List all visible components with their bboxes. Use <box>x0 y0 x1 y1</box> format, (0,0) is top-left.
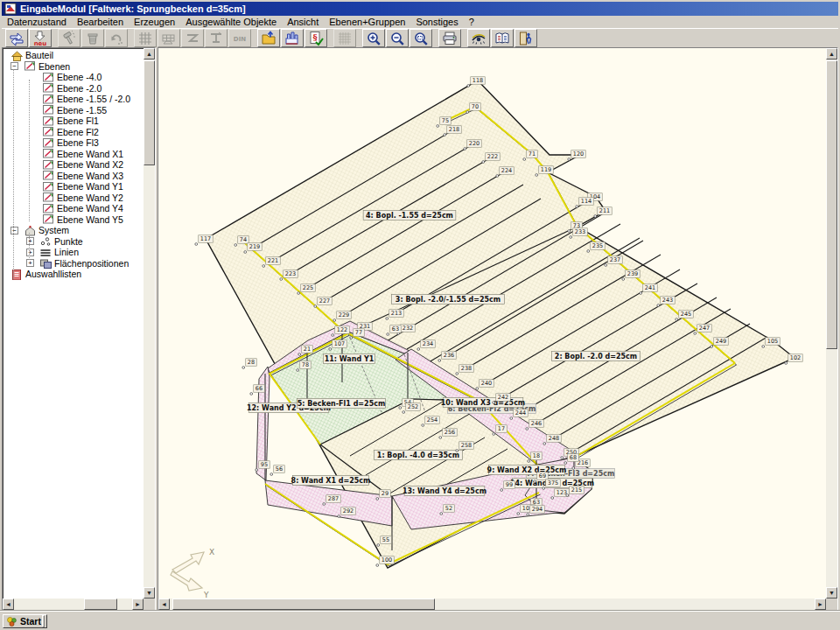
node-label-text: 240 <box>481 380 492 387</box>
section-button[interactable] <box>181 29 204 47</box>
tree-item-punkte[interactable]: +Punkte <box>4 236 143 248</box>
canvas-scroll-corner <box>826 598 837 610</box>
canvas-scroll-right-icon[interactable]: ► <box>815 598 826 610</box>
tree-hscrollbar[interactable]: ◄ ► <box>3 598 144 610</box>
import-folder-button[interactable] <box>257 29 280 47</box>
plate-label: 1: Bopl. -4.0 d=35cm <box>374 451 463 460</box>
canvas-vscroll-thumb[interactable] <box>826 60 837 349</box>
menu-item-ebenen-gruppen[interactable]: Ebenen+Gruppen <box>324 16 410 28</box>
tree-item-ebene-wand-y2[interactable]: Ebene Wand Y2 <box>4 192 143 204</box>
tree-item-ebene-1-55-2-0[interactable]: Ebene -1.55 / -2.0 <box>4 94 143 105</box>
tree-vscrollbar[interactable]: ▲ ▼ <box>144 48 155 598</box>
collapse-icon[interactable]: − <box>10 227 18 234</box>
canvas-hscrollbar[interactable]: ◄ ► <box>158 598 826 610</box>
manual-button[interactable] <box>491 29 514 47</box>
node-dot <box>387 333 389 336</box>
node-dot <box>676 318 678 321</box>
node-dot <box>402 411 405 414</box>
node-label-text: 21 <box>304 346 311 353</box>
menu-item-datenzustand[interactable]: Datenzustand <box>2 16 72 28</box>
exit-button[interactable] <box>514 29 537 47</box>
node-label-text: 227 <box>319 298 330 304</box>
node-dot <box>376 498 379 500</box>
menu-item-sonstiges[interactable]: Sonstiges <box>410 16 463 28</box>
delete-button[interactable] <box>81 29 104 47</box>
node-label-text: 248 <box>549 435 559 442</box>
menu-item--[interactable]: ? <box>464 16 480 28</box>
menu-item-bearbeiten[interactable]: Bearbeiten <box>72 16 129 28</box>
tree-item-ebene-fl2[interactable]: Ebene Fl2 <box>4 127 143 138</box>
new-dataset-button[interactable]: neu <box>29 29 52 47</box>
node-label-text: 102 <box>790 354 801 361</box>
mesh-button[interactable] <box>333 29 356 47</box>
data-exchange-button[interactable] <box>5 29 28 47</box>
canvas-vscrollbar[interactable]: ▲ ▼ <box>826 48 837 598</box>
node-label-text: 249 <box>716 338 726 345</box>
node-dot <box>576 206 578 208</box>
node-dot <box>456 450 458 452</box>
tree-item-system[interactable]: −System <box>4 225 143 236</box>
start-button[interactable]: Start <box>3 614 47 628</box>
tree-item-ebene-wand-x3[interactable]: Ebene Wand X3 <box>4 171 143 182</box>
tree-item-ebene-4-0[interactable]: Ebene -4.0 <box>4 72 143 83</box>
tree-item-ebene-wand-x2[interactable]: Ebene Wand X2 <box>4 159 143 171</box>
tree-item-ebene-wand-y5[interactable]: Ebene Wand Y5 <box>4 214 143 226</box>
tree-item-ebene-1-55[interactable]: Ebene -1.55 <box>4 105 143 116</box>
expand-icon[interactable]: + <box>26 259 34 267</box>
zoom-in-button[interactable] <box>362 29 385 47</box>
model-canvas[interactable]: 6: Becken-Fl2 d=25cm10: Wand X3 d=25cm7:… <box>158 48 826 598</box>
raster-button[interactable] <box>134 29 157 47</box>
din-button[interactable]: DIN <box>228 29 251 47</box>
canvas-scroll-up-icon[interactable]: ▲ <box>826 48 837 60</box>
print-button[interactable] <box>438 29 461 47</box>
tree-item-auswahllisten[interactable]: Auswahllisten <box>4 269 143 280</box>
app-icon <box>4 3 17 15</box>
x-axis-label: X <box>209 548 214 556</box>
norm-check-button[interactable]: § <box>304 29 327 47</box>
tree-scroll-up-icon[interactable]: ▲ <box>144 48 155 60</box>
beam-table-button[interactable] <box>158 29 180 47</box>
tree-item-ebene-fl3[interactable]: Ebene Fl3 <box>4 137 143 149</box>
expand-icon[interactable]: + <box>26 237 34 245</box>
tree-scroll-down-icon[interactable]: ▼ <box>144 587 155 598</box>
support-button[interactable] <box>205 29 228 47</box>
node-dot <box>566 494 569 497</box>
tree-scroll-right-icon[interactable]: ► <box>132 598 144 610</box>
collapse-icon[interactable]: − <box>10 62 18 70</box>
tree-item-ebene-wand-x1[interactable]: Ebene Wand X1 <box>4 149 143 160</box>
canvas-hscroll-thumb[interactable] <box>172 598 435 610</box>
undo-button[interactable] <box>105 29 128 47</box>
zoom-window-button[interactable] <box>410 29 432 47</box>
tools-button[interactable] <box>58 29 80 47</box>
node-dot <box>622 278 625 281</box>
tree-item-ebene-wand-y1[interactable]: Ebene Wand Y1 <box>4 181 143 192</box>
tree-item-ebenen[interactable]: −Ebenen <box>4 61 143 73</box>
tree-item-label: Ebene -1.55 / -2.0 <box>57 94 130 104</box>
layer-icon <box>42 214 54 225</box>
node-dot <box>476 388 479 390</box>
zoom-out-button[interactable] <box>386 29 409 47</box>
view-options-button[interactable] <box>467 29 490 47</box>
tree-vscroll-thumb[interactable] <box>144 60 155 165</box>
tree-item-ebene-fl1[interactable]: Ebene Fl1 <box>4 116 143 127</box>
y-axis-label: Y <box>203 591 209 598</box>
menu-item-erzeugen[interactable]: Erzeugen <box>129 16 180 28</box>
node-label-text: 219 <box>249 243 260 250</box>
tree-item-fl-chenpositionen[interactable]: +Flächenpositionen <box>4 258 143 270</box>
expand-icon[interactable]: + <box>26 248 34 256</box>
canvas-scroll-down-icon[interactable]: ▼ <box>826 587 837 598</box>
tree-item-ebene-wand-y4[interactable]: Ebene Wand Y4 <box>4 203 143 214</box>
tree-item-bauteil[interactable]: Bauteil <box>4 50 143 61</box>
positions-button[interactable] <box>281 29 304 47</box>
menu-item-ansicht[interactable]: Ansicht <box>282 16 324 28</box>
node-dot <box>195 243 198 246</box>
tree-hscroll-thumb[interactable] <box>84 598 117 610</box>
canvas-scroll-left-icon[interactable]: ◄ <box>158 598 170 610</box>
tree-item-linien[interactable]: +Linien <box>4 247 143 258</box>
menu-item-ausgew-hlte-objekte[interactable]: Ausgewählte Objekte <box>180 16 282 28</box>
node-dot <box>561 457 564 459</box>
tree-scroll-left-icon[interactable]: ◄ <box>3 598 14 610</box>
tree-item-label: Ebenen <box>38 61 70 72</box>
title-bar[interactable]: EingabeModul [Faltwerk: Sprungbecken d=3… <box>2 2 838 16</box>
tree-item-ebene-2-0[interactable]: Ebene -2.0 <box>4 83 143 94</box>
